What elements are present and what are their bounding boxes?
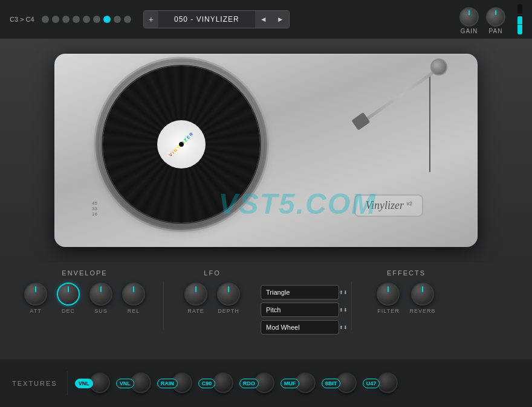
dot-3[interactable] (73, 16, 80, 23)
texture-label-rdo: RDO (239, 379, 259, 388)
envelope-knobs-row: ATT DEC SUS REL (24, 283, 145, 314)
dot-8[interactable] (124, 16, 131, 23)
knob-rel[interactable] (122, 283, 145, 306)
knob-label-dec: DEC (62, 308, 75, 314)
texture-btn-vnl1[interactable]: VNL (75, 370, 110, 397)
waveform-dropdown-wrapper: TriangleSineSquareSawtooth (261, 285, 351, 300)
level-bar (517, 4, 522, 34)
texture-items: VNL VNL RAIN C90 RDO MUF 8BIT U47 (75, 370, 401, 397)
texture-btn-c90[interactable]: C90 (198, 370, 233, 397)
effects-knob-group-reverb: REVERB (409, 283, 435, 314)
tonearm-pivot (430, 59, 447, 75)
knob-filter[interactable] (377, 283, 400, 306)
knob-label-filter: FILTER (377, 308, 399, 314)
pan-knob[interactable] (486, 7, 505, 27)
preset-prev-button[interactable]: ◄ (255, 11, 272, 28)
vinyl-center-hole (179, 142, 184, 147)
texture-label-vnl2: VNL (116, 379, 134, 388)
dot-2[interactable] (62, 16, 70, 23)
texture-btn-8bit[interactable]: 8BIT (322, 370, 357, 397)
texture-knob-c90[interactable] (213, 373, 233, 393)
preset-add-button[interactable]: + (144, 11, 158, 28)
effects-knob-group-filter: FILTER (377, 283, 400, 314)
knob-rate[interactable] (184, 283, 207, 306)
texture-label-muf: MUF (281, 379, 300, 388)
gain-knob[interactable] (459, 7, 479, 27)
dots-container (42, 16, 131, 23)
tonearm-arm (364, 67, 440, 121)
controls-section: ENVELOPE ATT DEC SUS REL LFO RATE DEPTH … (0, 262, 532, 359)
knob-dec[interactable] (57, 283, 80, 306)
dot-1[interactable] (52, 16, 59, 23)
effects-section: EFFECTS FILTER REVERB (352, 269, 449, 314)
speed-label: 45 33 16 (92, 200, 97, 217)
gain-pan-area: GAIN PAN (459, 4, 522, 34)
texture-btn-u47[interactable]: U47 (363, 370, 398, 397)
envelope-title: ENVELOPE (62, 269, 107, 277)
lfo-title: LFO (204, 269, 220, 277)
texture-label-c90: C90 (198, 379, 216, 388)
vinyl-record: VINYLIZER (103, 66, 260, 223)
texture-btn-rain[interactable]: RAIN (157, 370, 192, 397)
texture-btn-vnl2[interactable]: VNL (116, 370, 151, 397)
texture-btn-rdo[interactable]: RDO (239, 370, 274, 397)
knob-reverb[interactable] (411, 283, 434, 306)
dot-5[interactable] (93, 16, 100, 23)
turntable-area: VINYLIZER 45 33 16 (0, 39, 532, 262)
knob-sus[interactable] (89, 283, 112, 306)
knob-depth[interactable] (217, 283, 240, 306)
top-bar: C3 > C4 + 050 - VINYLIZER ◄ ► GAIN PAN (0, 0, 532, 39)
trigger-dropdown-wrapper: Mod WheelAlwaysKey Trigger (261, 320, 351, 335)
brand-name: Vinylizer (365, 199, 404, 211)
gain-knob-group: GAIN (459, 7, 479, 34)
knob-label-att: ATT (30, 308, 41, 314)
effects-knobs-row: FILTER REVERB (377, 283, 435, 314)
preset-next-button[interactable]: ► (272, 11, 289, 28)
envelope-knob-group-sus: SUS (89, 283, 112, 314)
level-tick-1 (517, 24, 522, 25)
destination-dropdown-wrapper: PitchVolumeFilterPan (261, 303, 351, 317)
level-tick-2 (517, 14, 522, 14)
preset-name: 050 - VINYLIZER (158, 11, 255, 28)
envelope-knob-group-dec: DEC (57, 283, 80, 314)
gain-label: GAIN (461, 28, 478, 34)
dot-0[interactable] (42, 16, 49, 23)
pan-label: PAN (489, 28, 503, 34)
trigger-dropdown[interactable]: Mod WheelAlwaysKey Trigger (261, 320, 339, 335)
envelope-knob-group-rel: REL (122, 283, 145, 314)
texture-divider (67, 371, 68, 396)
knob-label-depth: DEPTH (218, 308, 239, 314)
preset-bar: + 050 - VINYLIZER ◄ ► (143, 10, 290, 28)
waveform-dropdown[interactable]: TriangleSineSquareSawtooth (261, 285, 339, 300)
textures-bar: TEXTURES VNL VNL RAIN C90 RDO MUF 8BIT U… (0, 359, 532, 407)
effects-title: EFFECTS (387, 269, 426, 277)
texture-label-rain: RAIN (157, 379, 178, 388)
brand-area: Vinylizer v2 (354, 194, 423, 217)
texture-knob-u47[interactable] (377, 373, 398, 393)
dot-6[interactable] (103, 16, 111, 23)
knob-att[interactable] (24, 283, 47, 306)
turntable-body: VINYLIZER 45 33 16 (54, 54, 478, 247)
texture-label-u47: U47 (363, 379, 380, 388)
lfo-dropdowns: TriangleSineSquareSawtooth PitchVolumeFi… (261, 285, 351, 335)
knob-label-sus: SUS (94, 308, 108, 314)
lfo-section: LFO RATE DEPTH (164, 269, 261, 314)
level-fill (517, 16, 522, 34)
preset-nav: ◄ ► (255, 11, 289, 28)
brand-version: v2 (406, 200, 412, 207)
knob-label-reverb: REVERB (409, 308, 435, 314)
tonearm (339, 59, 447, 179)
lfo-knobs-row: RATE DEPTH (184, 283, 240, 314)
envelope-section: ENVELOPE ATT DEC SUS REL (24, 269, 163, 314)
envelope-knob-group-att: ATT (24, 283, 47, 314)
knob-label-rate: RATE (187, 308, 204, 314)
texture-btn-muf[interactable]: MUF (281, 370, 316, 397)
lfo-knob-group-rate: RATE (184, 283, 207, 314)
textures-label: TEXTURES (12, 380, 57, 387)
pan-knob-group: PAN (486, 7, 505, 34)
dot-7[interactable] (114, 16, 121, 23)
key-range: C3 > C4 (10, 16, 34, 23)
destination-dropdown[interactable]: PitchVolumeFilterPan (261, 303, 339, 317)
tonearm-cable (429, 75, 430, 172)
dot-4[interactable] (83, 16, 90, 23)
